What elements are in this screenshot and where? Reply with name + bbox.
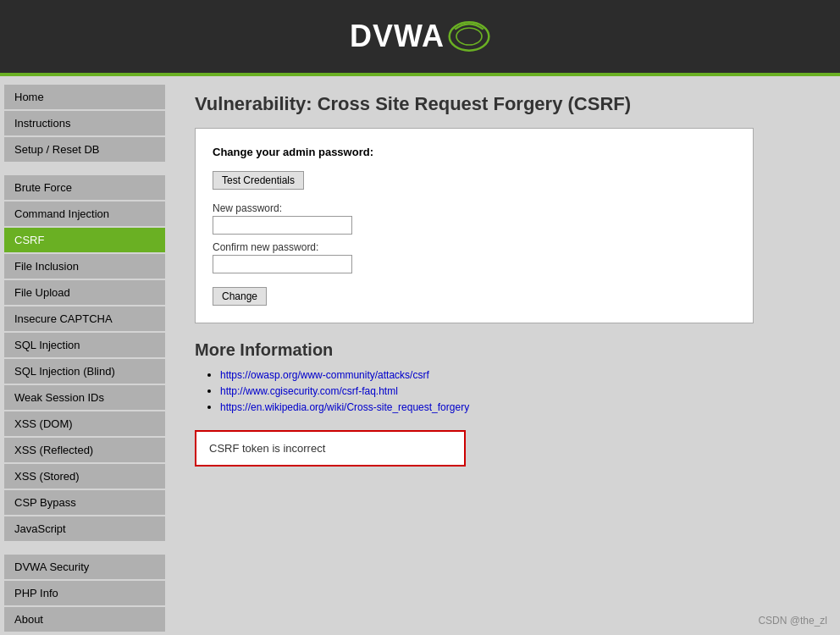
svg-point-0 [450,22,489,50]
sidebar-item-csp-bypass[interactable]: CSP Bypass [4,490,165,515]
form-box-title: Change your admin password: [213,146,736,158]
sidebar-item-weak-session-ids[interactable]: Weak Session IDs [4,385,165,410]
sidebar-item-php-info[interactable]: PHP Info [4,581,165,605]
page-title: Vulnerability: Cross Site Request Forger… [195,93,815,115]
test-credentials-button[interactable]: Test Credentials [213,171,304,190]
sidebar-item-home[interactable]: Home [4,85,165,109]
sidebar-bottom-group: DVWA Security PHP Info About [4,555,165,632]
link-owasp[interactable]: https://owasp.org/www-community/attacks/… [220,369,429,381]
svg-point-1 [456,28,482,45]
confirm-password-label: Confirm new password: [213,241,736,253]
more-info-section: More Information https://owasp.org/www-c… [195,340,815,413]
logo: DVWA [350,15,490,58]
error-box: CSRF token is incorrect [195,430,466,467]
new-password-group: New password: [213,202,736,235]
list-item: https://en.wikipedia.org/wiki/Cross-site… [220,400,815,413]
sidebar: Home Instructions Setup / Reset DB Brute… [0,76,169,635]
sidebar-item-sql-injection[interactable]: SQL Injection [4,333,165,357]
sidebar-item-csrf[interactable]: CSRF [4,228,165,252]
main-layout: Home Instructions Setup / Reset DB Brute… [0,76,840,635]
watermark-text: CSDN @the_zl [758,615,827,627]
list-item: http://www.cgisecurity.com/csrf-faq.html [220,384,815,397]
form-box: Change your admin password: Test Credent… [195,128,754,323]
sidebar-item-javascript[interactable]: JavaScript [4,516,165,541]
sidebar-item-setup-reset-db[interactable]: Setup / Reset DB [4,137,165,162]
sidebar-item-sql-injection-blind[interactable]: SQL Injection (Blind) [4,359,165,384]
confirm-password-group: Confirm new password: [213,241,736,273]
change-button[interactable]: Change [213,287,267,306]
sidebar-item-brute-force[interactable]: Brute Force [4,175,165,200]
sidebar-top-group: Home Instructions Setup / Reset DB [4,85,165,162]
sidebar-item-dvwa-security[interactable]: DVWA Security [4,555,165,579]
sidebar-item-instructions[interactable]: Instructions [4,111,165,135]
new-password-input[interactable] [213,216,352,235]
header: DVWA [0,0,840,76]
sidebar-item-command-injection[interactable]: Command Injection [4,202,165,226]
more-info-title: More Information [195,340,815,360]
sidebar-item-about[interactable]: About [4,607,165,632]
sidebar-item-insecure-captcha[interactable]: Insecure CAPTCHA [4,306,165,331]
footer-watermark: CSDN @the_zl [758,615,827,627]
link-cgisecurity[interactable]: http://www.cgisecurity.com/csrf-faq.html [220,385,398,397]
more-info-links: https://owasp.org/www-community/attacks/… [195,368,815,413]
content: Vulnerability: Cross Site Request Forger… [169,76,840,635]
sidebar-item-xss-dom[interactable]: XSS (DOM) [4,411,165,436]
sidebar-item-xss-reflected[interactable]: XSS (Reflected) [4,438,165,462]
sidebar-item-xss-stored[interactable]: XSS (Stored) [4,464,165,489]
sidebar-mid-group: Brute Force Command Injection CSRF File … [4,175,165,541]
link-wikipedia[interactable]: https://en.wikipedia.org/wiki/Cross-site… [220,401,469,413]
logo-text: DVWA [350,19,445,54]
logo-icon [448,15,490,58]
list-item: https://owasp.org/www-community/attacks/… [220,368,815,381]
sidebar-item-file-inclusion[interactable]: File Inclusion [4,254,165,279]
confirm-password-input[interactable] [213,255,352,273]
new-password-label: New password: [213,202,736,214]
error-message: CSRF token is incorrect [209,442,325,455]
sidebar-item-file-upload[interactable]: File Upload [4,280,165,305]
